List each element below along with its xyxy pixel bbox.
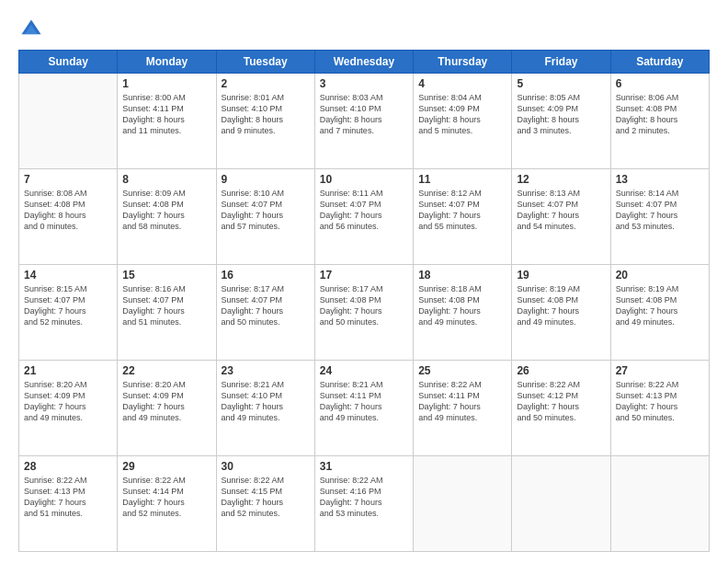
day-number: 2	[222, 77, 310, 90]
day-info: Sunrise: 8:19 AM Sunset: 4:08 PM Dayligh…	[517, 283, 605, 328]
day-info: Sunrise: 8:05 AM Sunset: 4:09 PM Dayligh…	[517, 92, 605, 137]
day-number: 27	[616, 364, 704, 377]
calendar-cell: 20Sunrise: 8:19 AM Sunset: 4:08 PM Dayli…	[610, 265, 709, 361]
day-info: Sunrise: 8:20 AM Sunset: 4:09 PM Dayligh…	[122, 379, 210, 424]
day-info: Sunrise: 8:21 AM Sunset: 4:11 PM Dayligh…	[320, 379, 408, 424]
calendar-week-3: 14Sunrise: 8:15 AM Sunset: 4:07 PM Dayli…	[19, 265, 710, 361]
calendar-cell: 30Sunrise: 8:22 AM Sunset: 4:15 PM Dayli…	[216, 456, 314, 552]
calendar-cell: 12Sunrise: 8:13 AM Sunset: 4:07 PM Dayli…	[512, 169, 610, 265]
day-info: Sunrise: 8:17 AM Sunset: 4:08 PM Dayligh…	[320, 283, 408, 328]
weekday-header-saturday: Saturday	[610, 51, 709, 74]
day-number: 30	[222, 460, 310, 473]
calendar-cell: 24Sunrise: 8:21 AM Sunset: 4:11 PM Dayli…	[314, 361, 413, 456]
day-info: Sunrise: 8:20 AM Sunset: 4:09 PM Dayligh…	[24, 379, 112, 424]
day-number: 25	[418, 364, 506, 377]
day-info: Sunrise: 8:10 AM Sunset: 4:07 PM Dayligh…	[222, 188, 310, 233]
day-info: Sunrise: 8:01 AM Sunset: 4:10 PM Dayligh…	[222, 92, 310, 137]
calendar-cell: 1Sunrise: 8:00 AM Sunset: 4:11 PM Daylig…	[118, 74, 216, 169]
calendar-cell: 28Sunrise: 8:22 AM Sunset: 4:13 PM Dayli…	[19, 456, 118, 552]
calendar-week-1: 1Sunrise: 8:00 AM Sunset: 4:11 PM Daylig…	[19, 74, 710, 169]
calendar-cell: 6Sunrise: 8:06 AM Sunset: 4:08 PM Daylig…	[610, 74, 709, 169]
calendar-cell: 22Sunrise: 8:20 AM Sunset: 4:09 PM Dayli…	[118, 361, 216, 456]
weekday-header-tuesday: Tuesday	[216, 51, 314, 74]
day-info: Sunrise: 8:18 AM Sunset: 4:08 PM Dayligh…	[418, 283, 506, 328]
day-info: Sunrise: 8:09 AM Sunset: 4:08 PM Dayligh…	[122, 188, 210, 233]
day-info: Sunrise: 8:15 AM Sunset: 4:07 PM Dayligh…	[24, 283, 112, 328]
calendar-body: 1Sunrise: 8:00 AM Sunset: 4:11 PM Daylig…	[19, 74, 710, 552]
day-info: Sunrise: 8:22 AM Sunset: 4:15 PM Dayligh…	[222, 475, 310, 520]
calendar-week-4: 21Sunrise: 8:20 AM Sunset: 4:09 PM Dayli…	[19, 361, 710, 456]
day-info: Sunrise: 8:04 AM Sunset: 4:09 PM Dayligh…	[418, 92, 506, 137]
calendar-cell: 26Sunrise: 8:22 AM Sunset: 4:12 PM Dayli…	[512, 361, 610, 456]
day-info: Sunrise: 8:22 AM Sunset: 4:13 PM Dayligh…	[24, 475, 112, 520]
day-number: 28	[24, 460, 112, 473]
day-info: Sunrise: 8:12 AM Sunset: 4:07 PM Dayligh…	[418, 188, 506, 233]
day-info: Sunrise: 8:22 AM Sunset: 4:16 PM Dayligh…	[320, 475, 408, 520]
calendar-cell	[414, 456, 512, 552]
header	[18, 17, 710, 42]
day-number: 4	[418, 77, 506, 90]
calendar-cell: 5Sunrise: 8:05 AM Sunset: 4:09 PM Daylig…	[512, 74, 610, 169]
day-number: 5	[517, 77, 605, 90]
calendar-cell	[512, 456, 610, 552]
weekday-row: SundayMondayTuesdayWednesdayThursdayFrid…	[19, 51, 710, 74]
day-number: 24	[320, 364, 408, 377]
page: SundayMondayTuesdayWednesdayThursdayFrid…	[0, 0, 728, 563]
day-info: Sunrise: 8:16 AM Sunset: 4:07 PM Dayligh…	[122, 283, 210, 328]
calendar-cell: 21Sunrise: 8:20 AM Sunset: 4:09 PM Dayli…	[19, 361, 118, 456]
calendar-cell: 18Sunrise: 8:18 AM Sunset: 4:08 PM Dayli…	[414, 265, 512, 361]
day-number: 6	[616, 77, 704, 90]
day-number: 23	[222, 364, 310, 377]
day-number: 20	[616, 269, 704, 282]
calendar-cell: 10Sunrise: 8:11 AM Sunset: 4:07 PM Dayli…	[314, 169, 413, 265]
calendar-cell: 4Sunrise: 8:04 AM Sunset: 4:09 PM Daylig…	[414, 74, 512, 169]
day-number: 17	[320, 269, 408, 282]
calendar-cell: 27Sunrise: 8:22 AM Sunset: 4:13 PM Dayli…	[610, 361, 709, 456]
day-info: Sunrise: 8:00 AM Sunset: 4:11 PM Dayligh…	[122, 92, 210, 137]
day-number: 16	[222, 269, 310, 282]
calendar-cell: 15Sunrise: 8:16 AM Sunset: 4:07 PM Dayli…	[118, 265, 216, 361]
logo-icon	[18, 17, 44, 42]
day-number: 15	[122, 269, 210, 282]
day-info: Sunrise: 8:06 AM Sunset: 4:08 PM Dayligh…	[616, 92, 704, 137]
day-number: 8	[122, 173, 210, 186]
weekday-header-sunday: Sunday	[19, 51, 118, 74]
calendar-cell: 11Sunrise: 8:12 AM Sunset: 4:07 PM Dayli…	[414, 169, 512, 265]
calendar-header: SundayMondayTuesdayWednesdayThursdayFrid…	[19, 51, 710, 74]
day-number: 31	[320, 460, 408, 473]
day-number: 13	[616, 173, 704, 186]
day-info: Sunrise: 8:22 AM Sunset: 4:11 PM Dayligh…	[418, 379, 506, 424]
day-info: Sunrise: 8:08 AM Sunset: 4:08 PM Dayligh…	[24, 188, 112, 233]
calendar-cell	[610, 456, 709, 552]
calendar-cell: 31Sunrise: 8:22 AM Sunset: 4:16 PM Dayli…	[314, 456, 413, 552]
day-info: Sunrise: 8:17 AM Sunset: 4:07 PM Dayligh…	[222, 283, 310, 328]
day-number: 14	[24, 269, 112, 282]
logo	[18, 17, 48, 42]
calendar-cell: 19Sunrise: 8:19 AM Sunset: 4:08 PM Dayli…	[512, 265, 610, 361]
day-info: Sunrise: 8:14 AM Sunset: 4:07 PM Dayligh…	[616, 188, 704, 233]
day-number: 3	[320, 77, 408, 90]
calendar-cell: 7Sunrise: 8:08 AM Sunset: 4:08 PM Daylig…	[19, 169, 118, 265]
day-number: 21	[24, 364, 112, 377]
day-number: 1	[122, 77, 210, 90]
weekday-header-wednesday: Wednesday	[314, 51, 413, 74]
calendar-cell	[19, 74, 118, 169]
day-info: Sunrise: 8:22 AM Sunset: 4:12 PM Dayligh…	[517, 379, 605, 424]
day-info: Sunrise: 8:13 AM Sunset: 4:07 PM Dayligh…	[517, 188, 605, 233]
day-number: 19	[517, 269, 605, 282]
calendar-cell: 2Sunrise: 8:01 AM Sunset: 4:10 PM Daylig…	[216, 74, 314, 169]
calendar-cell: 9Sunrise: 8:10 AM Sunset: 4:07 PM Daylig…	[216, 169, 314, 265]
day-number: 29	[122, 460, 210, 473]
day-number: 22	[122, 364, 210, 377]
day-number: 7	[24, 173, 112, 186]
day-info: Sunrise: 8:03 AM Sunset: 4:10 PM Dayligh…	[320, 92, 408, 137]
day-info: Sunrise: 8:19 AM Sunset: 4:08 PM Dayligh…	[616, 283, 704, 328]
calendar-cell: 16Sunrise: 8:17 AM Sunset: 4:07 PM Dayli…	[216, 265, 314, 361]
day-number: 26	[517, 364, 605, 377]
day-info: Sunrise: 8:22 AM Sunset: 4:14 PM Dayligh…	[122, 475, 210, 520]
day-number: 12	[517, 173, 605, 186]
day-info: Sunrise: 8:21 AM Sunset: 4:10 PM Dayligh…	[222, 379, 310, 424]
weekday-header-thursday: Thursday	[414, 51, 512, 74]
calendar-cell: 14Sunrise: 8:15 AM Sunset: 4:07 PM Dayli…	[19, 265, 118, 361]
calendar-cell: 23Sunrise: 8:21 AM Sunset: 4:10 PM Dayli…	[216, 361, 314, 456]
